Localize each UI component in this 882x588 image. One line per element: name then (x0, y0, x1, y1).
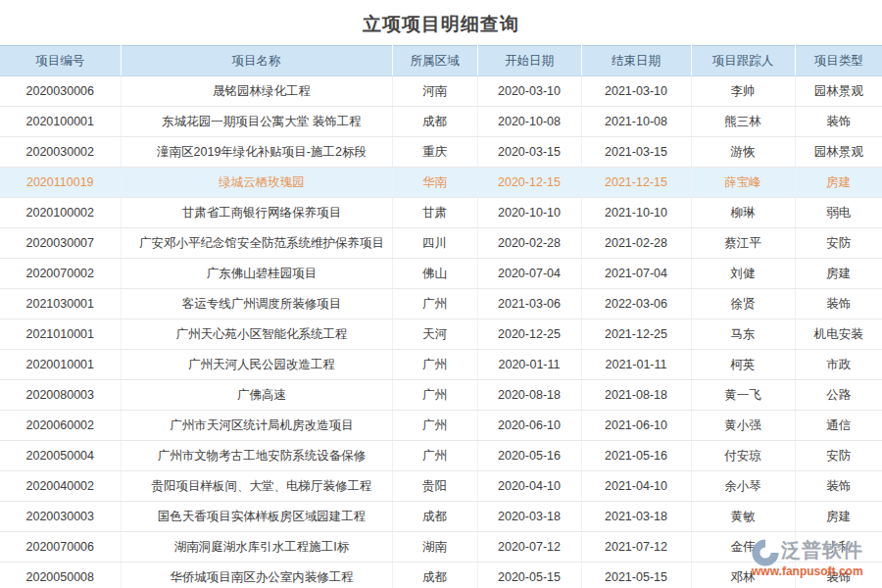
cell-start-date: 2020-05-16 (477, 441, 581, 471)
cell-project-name[interactable]: 华侨城项目南区办公室内装修工程 (121, 563, 392, 588)
cell-start-date: 2020-06-10 (477, 411, 581, 441)
cell-region: 华南 (392, 168, 477, 198)
table-row[interactable]: 2020060002 广州市天河区统计局机房改造项目 广州 2020-06-10… (0, 411, 882, 441)
cell-project-name[interactable]: 广安邓小平纪念馆安全防范系统维护保养项目 (121, 228, 392, 259)
cell-project-code[interactable]: 2020010001 (0, 350, 121, 380)
cell-project-type: 房建 (795, 502, 882, 532)
table-row[interactable]: 2020100002 甘肃省工商银行网络保养项目 甘肃 2020-10-10 2… (0, 198, 882, 228)
cell-region: 广州 (392, 411, 477, 441)
cell-project-type: 装饰 (795, 289, 882, 319)
cell-project-name[interactable]: 广州天心苑小区智能化系统工程 (121, 319, 392, 350)
cell-project-code[interactable]: 2021030001 (0, 289, 121, 319)
cell-region: 广州 (392, 441, 477, 471)
cell-tracker: 黄小强 (691, 411, 795, 441)
col-header-region: 所属区域 (392, 46, 477, 76)
cell-project-type: 弱电 (795, 198, 882, 228)
cell-project-type: 安防 (795, 228, 882, 259)
cell-project-name[interactable]: 绿城云栖玫瑰园 (121, 168, 392, 198)
cell-project-code[interactable]: 2020030002 (0, 137, 121, 168)
table-row[interactable]: 2020050008 华侨城项目南区办公室内装修工程 成都 2020-05-15… (0, 563, 882, 588)
cell-project-name[interactable]: 广州市文物考古工地安防系统设备保修 (121, 441, 392, 471)
page-title: 立项项目明细查询 (0, 0, 882, 45)
cell-end-date: 2021-05-16 (581, 441, 691, 471)
table-body: 2020030006 晟铭园林绿化工程 河南 2020-03-10 2021-0… (0, 76, 882, 588)
cell-project-type: 园林景观 (795, 137, 882, 168)
cell-end-date: 2021-10-10 (581, 198, 691, 228)
cell-project-code[interactable]: 2020070002 (0, 259, 121, 289)
table-row[interactable]: 2020100001 东城花园一期项目公寓大堂 装饰工程 成都 2020-10-… (0, 107, 882, 137)
cell-project-code[interactable]: 2020050008 (0, 563, 121, 588)
cell-tracker: 金伟 (691, 532, 795, 563)
cell-project-name[interactable]: 广州市天河区统计局机房改造项目 (121, 411, 392, 441)
cell-project-name[interactable]: 东城花园一期项目公寓大堂 装饰工程 (121, 107, 392, 137)
table-row[interactable]: 2020050004 广州市文物考古工地安防系统设备保修 广州 2020-05-… (0, 441, 882, 471)
cell-tracker: 黄敏 (691, 502, 795, 532)
cell-region: 河南 (392, 76, 477, 107)
cell-project-name[interactable]: 湖南洞庭湖水库引水工程施工I标 (121, 532, 392, 563)
cell-project-code[interactable]: 2020100001 (0, 107, 121, 137)
col-header-end-date: 结束日期 (581, 46, 691, 76)
cell-project-code[interactable]: 2020040002 (0, 471, 121, 502)
table-row[interactable]: 2020080003 广佛高速 广州 2020-08-18 2021-08-18… (0, 380, 882, 411)
cell-project-code[interactable]: 2020030006 (0, 76, 121, 107)
cell-end-date: 2021-12-25 (581, 319, 691, 350)
cell-project-name[interactable]: 广州天河人民公园改造工程 (121, 350, 392, 380)
table-row[interactable]: 2020030003 国色天香项目实体样板房区域园建工程 成都 2020-03-… (0, 502, 882, 532)
table-row[interactable]: 2020030002 潼南区2019年绿化补贴项目-施工2标段 重庆 2020-… (0, 137, 882, 168)
cell-project-type: 装饰 (795, 471, 882, 502)
cell-project-name[interactable]: 潼南区2019年绿化补贴项目-施工2标段 (121, 137, 392, 168)
cell-project-code[interactable]: 2020060002 (0, 411, 121, 441)
col-header-start-date: 开始日期 (477, 46, 581, 76)
cell-start-date: 2020-03-18 (477, 502, 581, 532)
cell-project-type: 装饰 (795, 563, 882, 588)
cell-project-code[interactable]: 2020110019 (0, 168, 121, 198)
col-header-tracker: 项目跟踪人 (691, 46, 795, 76)
table-row[interactable]: 2021010001 广州天心苑小区智能化系统工程 天河 2020-12-25 … (0, 319, 882, 350)
cell-region: 成都 (392, 563, 477, 588)
cell-project-code[interactable]: 2020080003 (0, 380, 121, 411)
table-row[interactable]: 2020010001 广州天河人民公园改造工程 广州 2020-01-11 20… (0, 350, 882, 380)
cell-project-code[interactable]: 2020070006 (0, 532, 121, 563)
cell-tracker: 蔡江平 (691, 228, 795, 259)
cell-end-date: 2021-12-15 (581, 168, 691, 198)
cell-start-date: 2020-10-10 (477, 198, 581, 228)
cell-tracker: 李帅 (691, 76, 795, 107)
cell-project-name[interactable]: 晟铭园林绿化工程 (121, 76, 392, 107)
cell-region: 广州 (392, 350, 477, 380)
cell-project-name[interactable]: 贵阳项目样板间、大堂、电梯厅装修工程 (121, 471, 392, 502)
table-row[interactable]: 2021030001 客运专线广州调度所装修项目 广州 2021-03-06 2… (0, 289, 882, 319)
cell-project-name[interactable]: 客运专线广州调度所装修项目 (121, 289, 392, 319)
cell-project-name[interactable]: 甘肃省工商银行网络保养项目 (121, 198, 392, 228)
table-row[interactable]: 2020030006 晟铭园林绿化工程 河南 2020-03-10 2021-0… (0, 76, 882, 107)
cell-region: 甘肃 (392, 198, 477, 228)
cell-project-type: 房建 (795, 259, 882, 289)
table-row[interactable]: 2020040002 贵阳项目样板间、大堂、电梯厅装修工程 贵阳 2020-04… (0, 471, 882, 502)
table-row[interactable]: 2020030007 广安邓小平纪念馆安全防范系统维护保养项目 四川 2020-… (0, 228, 882, 259)
cell-start-date: 2020-12-15 (477, 168, 581, 198)
cell-end-date: 2021-07-04 (581, 259, 691, 289)
cell-start-date: 2020-10-08 (477, 107, 581, 137)
cell-project-code[interactable]: 2020030007 (0, 228, 121, 259)
cell-end-date: 2021-03-15 (581, 137, 691, 168)
cell-tracker: 余小琴 (691, 471, 795, 502)
table-row[interactable]: 2020110019 绿城云栖玫瑰园 华南 2020-12-15 2021-12… (0, 168, 882, 198)
cell-project-code[interactable]: 2020100002 (0, 198, 121, 228)
cell-project-code[interactable]: 2020030003 (0, 502, 121, 532)
cell-tracker: 黄一飞 (691, 380, 795, 411)
cell-project-type: 通信 (795, 411, 882, 441)
cell-tracker: 熊三林 (691, 107, 795, 137)
cell-end-date: 2021-02-28 (581, 228, 691, 259)
cell-project-code[interactable]: 2020050004 (0, 441, 121, 471)
cell-project-code[interactable]: 2021010001 (0, 319, 121, 350)
cell-project-type: 安防 (795, 441, 882, 471)
cell-project-name[interactable]: 广佛高速 (121, 380, 392, 411)
cell-region: 湖南 (392, 532, 477, 563)
cell-project-type: 机电安装 (795, 319, 882, 350)
cell-region: 天河 (392, 319, 477, 350)
cell-start-date: 2020-12-25 (477, 319, 581, 350)
cell-project-name[interactable]: 广东佛山碧桂园项目 (121, 259, 392, 289)
cell-region: 广州 (392, 380, 477, 411)
table-row[interactable]: 2020070006 湖南洞庭湖水库引水工程施工I标 湖南 2020-07-12… (0, 532, 882, 563)
table-row[interactable]: 2020070002 广东佛山碧桂园项目 佛山 2020-07-04 2021-… (0, 259, 882, 289)
cell-project-name[interactable]: 国色天香项目实体样板房区域园建工程 (121, 502, 392, 532)
